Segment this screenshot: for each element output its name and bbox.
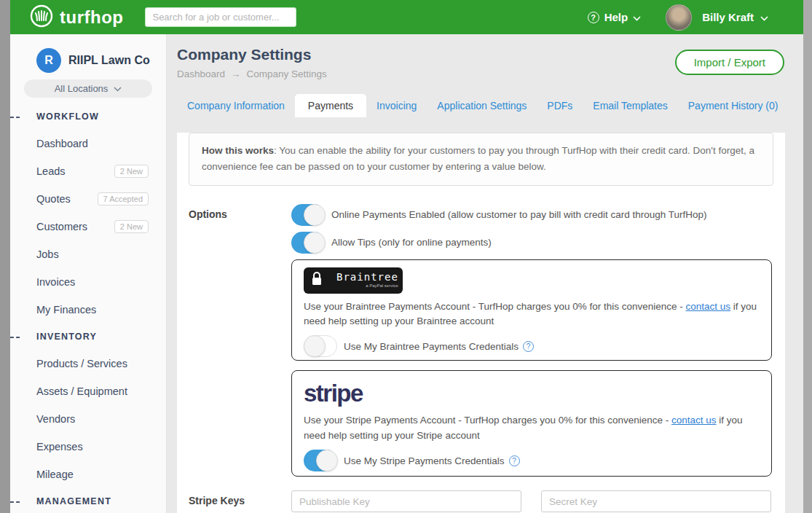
sidebar-item-customers[interactable]: Customers 2 New	[10, 213, 166, 240]
brand-logo[interactable]: turfhop	[29, 4, 123, 31]
sidebar-item-my-finances[interactable]: My Finances	[10, 296, 166, 324]
sidebar-item-dashboard[interactable]: Dashboard	[10, 130, 166, 157]
global-search-input[interactable]	[145, 7, 296, 27]
allow-tips-toggle-line: Allow Tips (only for online payments)	[291, 232, 772, 254]
user-name: Billy Kraft	[702, 11, 754, 23]
topbar-right: ? Help Billy Kraft	[588, 4, 768, 31]
quotes-badge: 7 Accepted	[98, 192, 149, 205]
section-dash-icon	[10, 117, 20, 118]
braintree-contact-us-link[interactable]: contact us	[686, 301, 731, 312]
help-question-icon: ?	[588, 12, 599, 23]
stripe-wordmark: stripe	[304, 380, 760, 407]
braintree-logo: Braintree a PayPal service	[304, 267, 403, 294]
section-dash-icon	[10, 337, 20, 338]
main-content: Company Settings Dashboard → Company Set…	[167, 34, 803, 513]
braintree-credentials-toggle[interactable]	[304, 335, 337, 357]
settings-tabs: Company Information Payments Invoicing A…	[177, 94, 803, 117]
sidebar-item-invoices[interactable]: Invoices	[10, 268, 166, 296]
toggle-knob	[304, 335, 326, 357]
braintree-wordmark: Braintree	[336, 272, 398, 283]
braintree-credentials-line: Use My Braintree Payments Credentials ?	[304, 335, 760, 357]
leads-badge: 2 New	[114, 165, 149, 178]
chevron-down-icon	[760, 11, 768, 24]
publishable-key-input[interactable]	[291, 490, 521, 512]
breadcrumb-current: Company Settings	[247, 68, 327, 79]
help-label: Help	[604, 11, 628, 23]
note-title: How this works	[202, 145, 274, 156]
braintree-credentials-label: Use My Braintree Payments Credentials	[344, 341, 519, 352]
payments-panel: How this works: You can enable the abili…	[177, 133, 785, 513]
sidebar-item-jobs[interactable]: Jobs	[10, 240, 166, 268]
top-navbar: turfhop ? Help Billy Kraft	[10, 0, 803, 34]
stripe-credentials-line: Use My Stripe Payments Credentials ?	[304, 450, 760, 471]
chevron-down-icon	[633, 11, 641, 24]
stripe-credentials-label: Use My Stripe Payments Credentials	[344, 455, 505, 466]
user-menu[interactable]: Billy Kraft	[702, 11, 768, 24]
braintree-paypal-subtext: a PayPal service	[366, 283, 398, 289]
page-header: Company Settings Dashboard → Company Set…	[167, 34, 803, 79]
toggle-knob	[304, 232, 326, 254]
stripe-keys-label: Stripe Keys	[177, 490, 291, 513]
sidebar-nav: WORKFLOW Dashboard Leads 2 New Quotes 7 …	[10, 103, 166, 513]
sidebar-item-assets-equipment[interactable]: Assets / Equipment	[10, 377, 166, 405]
screen: turfhop ? Help Billy Kraft	[0, 0, 812, 513]
stripe-description: Use your Stripe Payments Account - TurfH…	[304, 413, 760, 444]
company-header[interactable]: R RIIPL Lawn Co	[10, 48, 166, 73]
options-row: Options Online Payments Enabled (allow c…	[177, 204, 785, 477]
braintree-description: Use your Braintree Payments Account - Tu…	[304, 299, 760, 330]
options-label: Options	[177, 204, 291, 477]
section-dash-icon	[10, 501, 20, 503]
how-this-works-note: How this works: You can enable the abili…	[189, 133, 773, 186]
customers-badge: 2 New	[114, 220, 149, 233]
brand-name: turfhop	[60, 7, 123, 28]
secret-key-input[interactable]	[541, 490, 771, 512]
all-locations-label: All Locations	[55, 83, 109, 94]
sidebar-item-vendors[interactable]: Vendors	[10, 405, 166, 433]
online-payments-toggle-label: Online Payments Enabled (allow customer …	[331, 209, 707, 220]
section-inventory: INVENTORY	[10, 324, 166, 350]
sidebar-item-mileage[interactable]: Mileage	[10, 461, 166, 488]
tab-application-settings[interactable]: Application Settings	[427, 94, 537, 117]
stripe-keys-row: Stripe Keys	[177, 490, 785, 513]
tab-email-templates[interactable]: Email Templates	[583, 94, 677, 117]
user-avatar[interactable]	[666, 4, 692, 31]
braintree-help-icon[interactable]: ?	[523, 341, 534, 352]
all-locations-dropdown[interactable]: All Locations	[24, 79, 152, 98]
help-menu[interactable]: ? Help	[588, 11, 642, 24]
braintree-box: Braintree a PayPal service Use your Brai…	[291, 259, 772, 361]
online-payments-toggle[interactable]	[291, 204, 325, 226]
app-window: turfhop ? Help Billy Kraft	[10, 0, 803, 513]
breadcrumb-arrow-icon: →	[231, 68, 241, 79]
toggle-knob	[304, 204, 326, 226]
allow-tips-toggle-label: Allow Tips (only for online payments)	[331, 237, 492, 248]
company-name: RIIPL Lawn Co	[68, 54, 150, 67]
stripe-credentials-toggle[interactable]	[304, 450, 337, 471]
tab-payments[interactable]: Payments	[295, 94, 366, 117]
stripe-help-icon[interactable]: ?	[509, 455, 520, 466]
online-payments-toggle-line: Online Payments Enabled (allow customer …	[291, 204, 772, 226]
sidebar-item-products-services[interactable]: Products / Services	[10, 350, 166, 377]
tab-invoicing[interactable]: Invoicing	[366, 94, 427, 117]
toggle-knob	[316, 450, 338, 471]
turfhop-grass-icon	[29, 4, 54, 31]
section-workflow: WORKFLOW	[10, 103, 166, 130]
right-window-edge	[803, 0, 812, 513]
left-window-edge	[0, 0, 10, 513]
tab-company-information[interactable]: Company Information	[177, 94, 295, 117]
breadcrumb-dashboard[interactable]: Dashboard	[177, 68, 225, 79]
import-export-button[interactable]: Import / Export	[675, 50, 784, 75]
section-management: MANAGEMENT	[10, 488, 166, 513]
sidebar-item-quotes[interactable]: Quotes 7 Accepted	[10, 185, 166, 213]
chevron-down-icon	[114, 83, 122, 94]
tab-pdfs[interactable]: PDFs	[537, 94, 583, 117]
sidebar-item-expenses[interactable]: Expenses	[10, 433, 166, 461]
stripe-contact-us-link[interactable]: contact us	[671, 415, 717, 426]
company-initial-badge: R	[36, 48, 61, 73]
stripe-box: stripe Use your Stripe Payments Account …	[291, 370, 772, 477]
tab-payment-history[interactable]: Payment History (0)	[678, 94, 789, 117]
sidebar-item-leads[interactable]: Leads 2 New	[10, 157, 166, 185]
sidebar: R RIIPL Lawn Co All Locations WORKFLOW	[10, 34, 167, 513]
allow-tips-toggle[interactable]	[291, 232, 325, 254]
note-body: : You can enable the ability for your cu…	[202, 145, 754, 172]
lock-icon	[312, 272, 322, 289]
